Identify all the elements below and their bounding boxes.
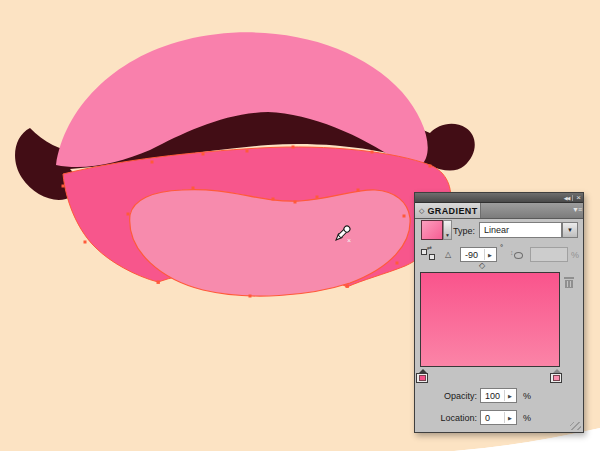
gradient-preview-bar[interactable] — [420, 272, 560, 367]
delete-stop-icon[interactable] — [564, 276, 574, 288]
angle-value: -90 — [465, 250, 478, 260]
location-input[interactable]: 0 ▶ — [480, 410, 517, 425]
location-stepper[interactable]: ▶ — [504, 412, 515, 423]
titlebar-divider — [572, 195, 573, 201]
panel-tab-bar: ◇ GRADIENT ▼≡ — [415, 203, 583, 219]
panel-titlebar[interactable]: ◀◀ × — [415, 193, 583, 203]
close-panel-icon[interactable]: × — [576, 194, 581, 202]
location-percent-symbol: % — [523, 413, 531, 423]
tab-label: GRADIENT — [427, 206, 477, 216]
type-label: Type: — [453, 226, 475, 236]
panel-body: ▼ Type: Linear ▼ ⇄ △ -90 ▶ ° ↕ % — [415, 219, 583, 432]
panel-menu-icon[interactable]: ▼≡ — [572, 206, 581, 213]
gradient-stop-start[interactable] — [416, 369, 429, 383]
gradient-type-select[interactable]: Linear ▼ — [479, 222, 578, 238]
opacity-value: 100 — [485, 391, 500, 401]
eyedropper-badge: × — [347, 237, 351, 244]
gradient-midpoint-handle[interactable]: ◇ — [479, 261, 485, 270]
stop-color-chip — [553, 375, 560, 381]
angle-stepper[interactable]: ▶ — [484, 249, 495, 260]
collapse-panel-icon[interactable]: ◀◀ — [564, 195, 570, 201]
angle-input[interactable]: -90 ▶ — [460, 247, 497, 262]
stop-color-chip — [419, 375, 426, 381]
location-value: 0 — [485, 413, 490, 423]
chevron-down-icon: ▼ — [445, 232, 450, 239]
chevron-down-icon: ▼ — [567, 227, 573, 233]
opacity-input[interactable]: 100 ▶ — [480, 388, 517, 403]
type-dropdown-button[interactable]: ▼ — [562, 222, 578, 238]
angle-icon: △ — [445, 250, 451, 259]
gradient-swatch-dropdown[interactable]: ▼ — [443, 220, 452, 240]
reverse-gradient-icon[interactable]: ⇄ — [421, 246, 437, 262]
gradient-panel: ◀◀ × ◇ GRADIENT ▼≡ ▼ Type: Linear ▼ ⇄ — [414, 192, 584, 433]
type-value: Linear — [484, 225, 509, 235]
opacity-label: Opacity: — [423, 391, 477, 401]
opacity-percent-symbol: % — [523, 391, 531, 401]
aspect-ratio-icon: ↕ — [511, 251, 524, 260]
opacity-stepper[interactable]: ▶ — [504, 390, 515, 401]
tab-gradient[interactable]: ◇ GRADIENT — [415, 203, 481, 218]
gradient-stop-end[interactable] — [550, 369, 563, 383]
gradient-fill-swatch[interactable] — [421, 220, 443, 240]
tab-cycle-icon: ◇ — [419, 207, 424, 215]
location-label: Location: — [423, 413, 477, 423]
aspect-percent-symbol: % — [571, 250, 579, 260]
degree-symbol: ° — [500, 243, 503, 252]
panel-resize-grip[interactable] — [570, 419, 581, 430]
aspect-ratio-input — [530, 247, 568, 262]
